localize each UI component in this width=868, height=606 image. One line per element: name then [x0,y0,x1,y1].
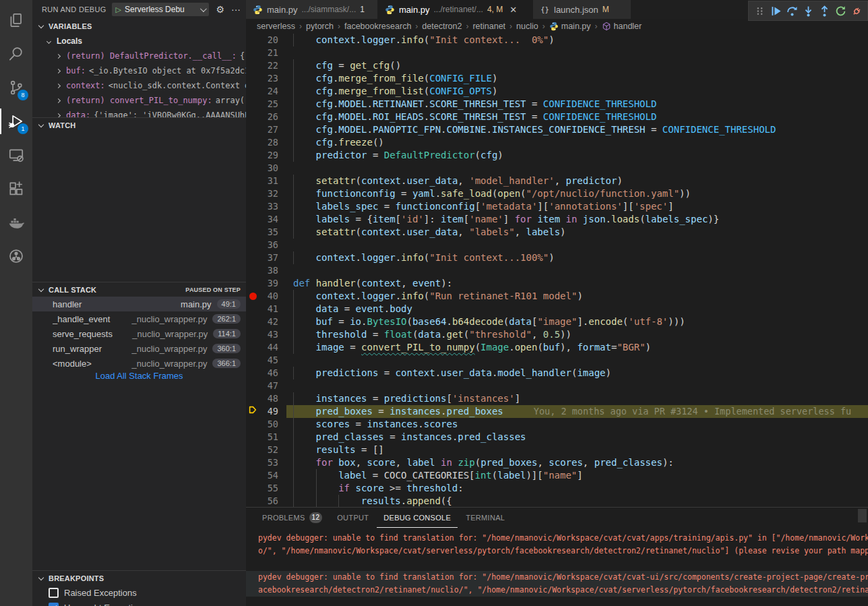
step-out-button[interactable] [817,3,832,18]
locals-scope-row[interactable]: Locals [32,34,246,49]
activity-bar-item-remote-explorer[interactable] [0,138,32,172]
breakpoint-gutter[interactable] [247,200,258,213]
code-line[interactable]: 31setattr(context.user_data, 'model_hand… [246,175,868,187]
breakpoint-checkbox[interactable] [49,603,59,606]
code-line[interactable]: 52results = [] [246,444,868,456]
code-line[interactable]: 53for box, score, label in zip(pred_boxe… [246,456,868,469]
variables-section-header[interactable]: VARIABLES [32,19,246,34]
editor-tab[interactable]: main.py.../retinanet/...4, M✕ [378,0,533,19]
breadcrumb-item[interactable]: detectron2 [422,22,462,31]
activity-bar-item-run-and-debug[interactable]: 1 [0,104,32,138]
watch-section-header[interactable]: WATCH [32,117,246,132]
code-line[interactable]: 48instances = predictions['instances'] [246,392,868,405]
breakpoint-gutter[interactable] [247,85,258,98]
breakpoint-row[interactable]: Uncaught Exceptions [32,600,246,606]
code-line[interactable]: 20context.logger.info("Init context... 0… [246,34,868,47]
panel-tab-terminal[interactable]: TERMINAL [459,508,512,528]
breakpoint-gutter[interactable] [247,187,258,200]
stack-frame-row[interactable]: _handle_event_nuclio_wrapper.py262:1 [32,311,246,326]
panel-scrollbar[interactable] [858,509,867,522]
breadcrumb-item[interactable]: facebookresearch [344,22,411,31]
breakpoint-gutter[interactable] [247,405,258,418]
close-icon[interactable]: ✕ [509,5,517,15]
panel-tab-problems[interactable]: PROBLEMS12 [255,508,329,528]
panel-tab-output[interactable]: OUTPUT [330,508,375,528]
breadcrumb-item[interactable]: serverless [257,22,295,31]
breadcrumb-item[interactable]: pytorch [306,22,334,31]
editor-tab[interactable]: main.py.../siammask/...1 [246,0,378,19]
code-line[interactable]: 49pred_boxes = instances.pred_boxesYou, … [246,405,868,418]
breakpoint-gutter[interactable] [247,290,258,303]
breakpoint-gutter[interactable] [247,456,258,469]
code-line[interactable]: 35setattr(context.user_data, "labels", l… [246,226,868,239]
breakpoint-gutter[interactable] [247,175,258,187]
code-editor[interactable]: 20context.logger.info("Init context... 0… [246,34,868,507]
code-line[interactable]: 38 [246,264,868,277]
code-line[interactable]: 21 [246,47,868,59]
code-line[interactable]: 51pred_classes = instances.pred_classes [246,431,868,444]
code-line[interactable]: 23cfg.merge_from_file(CONFIG_FILE) [246,72,868,85]
gear-icon[interactable]: ⚙ [216,4,224,15]
breadcrumb-item[interactable]: retinanet [472,22,505,31]
activity-bar-item-docker[interactable] [0,206,32,239]
breakpoint-gutter[interactable] [247,136,258,149]
step-into-button[interactable] [801,3,815,18]
disconnect-button[interactable] [849,3,864,18]
gripper-icon[interactable] [752,3,767,18]
code-line[interactable]: 36 [246,239,868,251]
code-line[interactable]: 39def handler(context, event): [246,277,868,290]
breakpoint-gutter[interactable] [247,149,258,162]
breakpoint-gutter[interactable] [247,72,258,85]
code-line[interactable]: 54label = COCO_CATEGORIES[int(label)]["n… [246,469,868,482]
variable-row[interactable]: context:<nuclio_sdk.context.Context obje… [32,78,246,93]
code-line[interactable]: 25cfg.MODEL.RETINANET.SCORE_THRESH_TEST … [246,98,868,111]
continue-button[interactable] [768,3,783,18]
code-line[interactable]: 22cfg = get_cfg() [246,59,868,72]
code-line[interactable]: 47 [246,380,868,392]
breadcrumb-symbol[interactable]: handler [602,22,642,31]
editor-tab[interactable]: {}launch.jsonM [533,0,631,19]
breakpoint-gutter[interactable] [247,47,258,59]
breakpoint-gutter[interactable] [247,341,258,354]
breakpoint-gutter[interactable] [247,264,258,277]
breakpoint-gutter[interactable] [247,162,258,175]
breakpoint-gutter[interactable] [247,111,258,123]
breakpoint-row[interactable]: Raised Exceptions [32,585,246,600]
variable-row[interactable]: (return) convert_PIL_to_numpy:array([[[ … [32,93,246,108]
code-line[interactable]: 33labels_spec = functionconfig['metadata… [246,200,868,213]
code-line[interactable]: 44image = convert_PIL_to_numpy(Image.ope… [246,341,868,354]
code-line[interactable]: 32functionconfig = yaml.safe_load(open("… [246,187,868,200]
code-line[interactable]: 26cfg.MODEL.ROI_HEADS.SCORE_THRESH_TEST … [246,111,868,123]
breakpoint-gutter[interactable] [247,380,258,392]
breakpoint-gutter[interactable] [247,239,258,251]
breakpoint-gutter[interactable] [247,277,258,290]
breakpoint-gutter[interactable] [247,315,258,328]
breakpoint-gutter[interactable] [247,34,258,47]
variable-row[interactable]: (return) DefaultPredictor.__call__:{'ins… [32,49,246,63]
code-line[interactable]: 40context.logger.info("Run retinanet-R10… [246,290,868,303]
stack-frame-row[interactable]: handlermain.py49:1 [32,297,246,311]
activity-bar-item-source-control[interactable]: 8 [0,71,32,104]
breakpoint-gutter[interactable] [247,123,258,136]
activity-bar-item-search[interactable] [0,37,32,71]
breadcrumb-file[interactable]: main.py [549,22,591,31]
panel-tab-debug-console[interactable]: DEBUG CONSOLE [377,508,458,528]
code-line[interactable]: 27cfg.MODEL.PANOPTIC_FPN.COMBINE.INSTANC… [246,123,868,136]
breakpoint-gutter[interactable] [247,482,258,495]
code-line[interactable]: 28cfg.freeze() [246,136,868,149]
activity-bar-item-gitlens[interactable] [0,239,32,273]
code-line[interactable]: 37context.logger.info("Init context...10… [246,251,868,264]
code-line[interactable]: 43threshold = float(data.get("threshold"… [246,328,868,341]
breakpoint-gutter[interactable] [247,251,258,264]
breadcrumb-item[interactable]: nuclio [516,22,538,31]
code-line[interactable]: 42buf = io.BytesIO(base64.b64decode(data… [246,315,868,328]
breakpoint-gutter[interactable] [247,367,258,380]
breakpoint-gutter[interactable] [247,328,258,341]
code-line[interactable]: 50scores = instances.scores [246,418,868,431]
breakpoints-section-header[interactable]: BREAKPOINTS [32,570,246,585]
breakpoint-gutter[interactable] [247,59,258,72]
code-line[interactable]: 46predictions = context.user_data.model_… [246,367,868,380]
restart-button[interactable] [833,3,848,18]
call-stack-section-header[interactable]: CALL STACK PAUSED ON STEP [32,282,246,297]
load-all-stack-frames-link[interactable]: Load All Stack Frames [32,371,246,384]
